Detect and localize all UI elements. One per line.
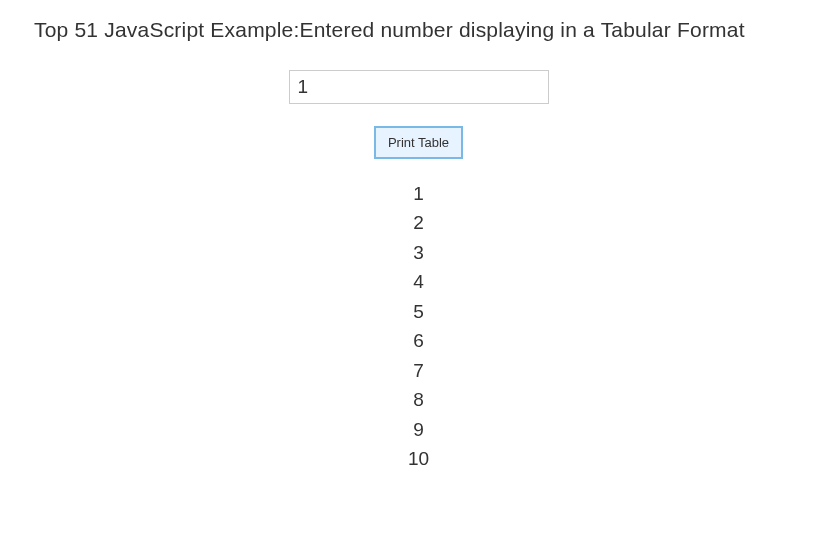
main-content: Print Table 1 2 3 4 5 6 7 8 9 10 [0,70,837,473]
number-input[interactable] [289,70,549,104]
result-item: 2 [413,208,424,237]
result-item: 9 [413,415,424,444]
result-item: 4 [413,267,424,296]
print-table-button[interactable]: Print Table [374,126,463,159]
result-item: 6 [413,326,424,355]
page-title: Top 51 JavaScript Example:Entered number… [34,18,837,42]
result-item: 5 [413,297,424,326]
result-item: 10 [408,444,429,473]
result-item: 8 [413,385,424,414]
result-item: 3 [413,238,424,267]
result-item: 7 [413,356,424,385]
result-list: 1 2 3 4 5 6 7 8 9 10 [408,179,429,473]
result-item: 1 [413,179,424,208]
